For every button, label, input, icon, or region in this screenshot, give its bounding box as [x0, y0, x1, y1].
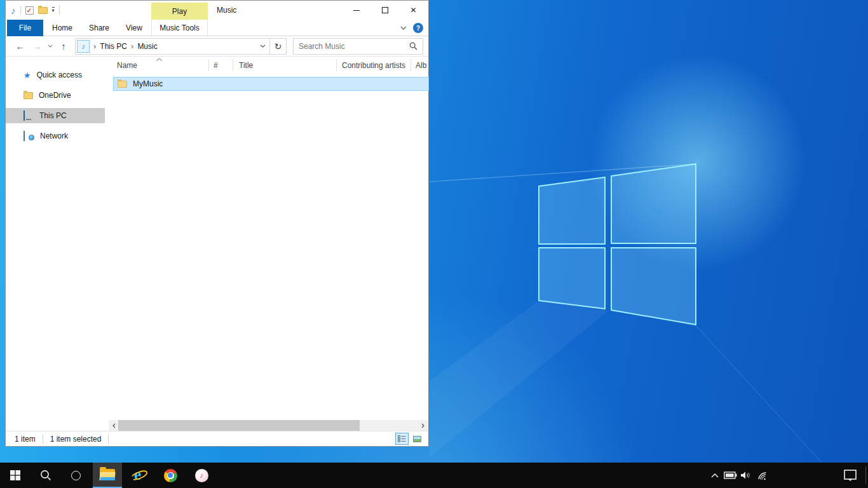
- horizontal-scrollbar[interactable]: [109, 420, 428, 431]
- file-explorer-icon: [100, 469, 115, 480]
- tab-view[interactable]: View: [118, 20, 151, 36]
- qat-separator: [59, 6, 60, 15]
- address-bar[interactable]: ♪ › This PC › Music ↻: [75, 38, 287, 55]
- windows-logo-panes: [539, 164, 696, 325]
- breadcrumb-chevron: ›: [90, 41, 100, 51]
- refresh-button[interactable]: ↻: [270, 41, 286, 51]
- this-pc-monitor-icon: [24, 111, 34, 120]
- column-separator[interactable]: [410, 59, 411, 71]
- minimize-button[interactable]: [342, 1, 370, 20]
- chrome-icon: [164, 469, 177, 482]
- column-header-contributing-artists[interactable]: Contributing artists: [342, 61, 405, 70]
- network-tray-button[interactable]: [754, 463, 770, 488]
- status-divider: [108, 435, 109, 444]
- show-hidden-icons-button[interactable]: [707, 463, 723, 488]
- column-header-number[interactable]: #: [214, 61, 218, 70]
- tab-music-tools-label: Music Tools: [159, 24, 199, 32]
- sidebar-item-label: Network: [40, 132, 68, 140]
- address-dropdown-chevron-icon[interactable]: [255, 39, 269, 54]
- expand-ribbon-chevron-icon[interactable]: [400, 26, 407, 30]
- tab-file-label: File: [19, 24, 31, 32]
- sidebar-item-label: Quick access: [37, 71, 82, 79]
- thumbnail-view-button[interactable]: [410, 433, 424, 445]
- network-icon: [24, 132, 34, 140]
- maximize-icon: [382, 7, 388, 13]
- folder-icon: [118, 81, 127, 88]
- navigation-pane: ★ Quick access OneDrive This PC Network: [6, 57, 109, 431]
- cortana-button[interactable]: [60, 463, 91, 488]
- scrollbar-thumb[interactable]: [118, 420, 360, 431]
- qat-separator: [20, 6, 21, 15]
- scroll-right-arrow-icon[interactable]: [417, 420, 428, 431]
- file-name: MyMusic: [133, 79, 163, 88]
- sidebar-item-label: This PC: [39, 111, 67, 120]
- chevron-up-icon: [711, 473, 719, 478]
- search-icon[interactable]: [409, 42, 417, 50]
- breadcrumb-chevron: ›: [127, 41, 137, 51]
- play-tab-label: Play: [172, 7, 187, 16]
- navigation-bar: ← → ↑ ♪ › This PC › Music ↻: [6, 36, 428, 57]
- battery-icon: [724, 471, 737, 479]
- thumbnail-view-icon: [413, 436, 421, 442]
- speaker-icon: [740, 471, 752, 480]
- tab-home[interactable]: Home: [44, 20, 81, 36]
- tab-home-label: Home: [52, 24, 72, 32]
- close-button[interactable]: ✕: [399, 1, 428, 20]
- taskbar-internet-explorer-button[interactable]: e: [125, 463, 154, 488]
- sidebar-item-onedrive[interactable]: OneDrive: [6, 88, 105, 103]
- tab-music-tools[interactable]: Music Tools: [151, 20, 208, 36]
- tab-view-label: View: [126, 24, 142, 32]
- show-desktop-button[interactable]: [865, 466, 866, 484]
- tab-share[interactable]: Share: [81, 20, 118, 36]
- back-button[interactable]: ←: [12, 36, 29, 57]
- taskbar-file-explorer-button[interactable]: [93, 463, 122, 488]
- column-header-album[interactable]: Alb: [416, 61, 426, 70]
- taskbar: e ♪: [0, 463, 868, 488]
- breadcrumb-music[interactable]: Music: [137, 42, 157, 51]
- internet-explorer-icon: e: [130, 467, 148, 484]
- column-separator[interactable]: [208, 59, 209, 71]
- maximize-button[interactable]: [370, 1, 399, 20]
- recent-locations-chevron-icon[interactable]: [45, 36, 55, 57]
- taskbar-itunes-button[interactable]: ♪: [187, 463, 216, 488]
- sidebar-item-label: OneDrive: [39, 91, 71, 100]
- tab-file[interactable]: File: [7, 20, 43, 36]
- properties-checkbox-icon[interactable]: ✓: [25, 6, 34, 15]
- window-title: Music: [217, 1, 236, 20]
- column-separator[interactable]: [233, 59, 233, 71]
- column-header-title[interactable]: Title: [239, 61, 253, 70]
- volume-tray-button[interactable]: [737, 463, 755, 488]
- new-folder-icon[interactable]: [38, 7, 48, 14]
- taskbar-chrome-button[interactable]: [156, 463, 185, 488]
- customize-qat-dropdown-icon[interactable]: ▾: [52, 7, 55, 13]
- view-toggle-buttons: [395, 433, 424, 445]
- action-center-button[interactable]: [837, 463, 863, 488]
- column-header-name[interactable]: Name: [117, 61, 137, 70]
- sidebar-item-this-pc[interactable]: This PC: [6, 108, 105, 123]
- wifi-icon: [756, 471, 768, 480]
- cortana-circle-icon: [71, 471, 81, 480]
- help-icon[interactable]: ?: [413, 23, 423, 33]
- up-button[interactable]: ↑: [55, 36, 72, 57]
- file-row-mymusic[interactable]: MyMusic: [113, 77, 429, 91]
- column-separator[interactable]: [336, 59, 337, 71]
- minimize-icon: [353, 10, 360, 11]
- title-bar: ♪ ✓ ▾ Play Music ✕: [6, 1, 428, 20]
- sidebar-item-quick-access[interactable]: ★ Quick access: [6, 67, 105, 83]
- status-bar: 1 item 1 item selected: [6, 431, 428, 446]
- forward-button[interactable]: →: [29, 36, 45, 57]
- taskbar-search-button[interactable]: [31, 463, 60, 488]
- start-button[interactable]: [0, 463, 31, 488]
- sidebar-item-network[interactable]: Network: [6, 128, 105, 144]
- itunes-icon: ♪: [195, 469, 208, 482]
- details-view-button[interactable]: [395, 433, 409, 445]
- battery-tray-button[interactable]: [722, 463, 738, 488]
- contextual-tab-group-play[interactable]: Play: [151, 3, 208, 20]
- ribbon-tab-row: File Home Share View Music Tools ?: [6, 20, 428, 36]
- main-area: ★ Quick access OneDrive This PC Network …: [6, 57, 428, 431]
- window-music-note-icon: ♪: [11, 6, 16, 15]
- search-box: [293, 38, 423, 55]
- search-input[interactable]: [294, 42, 409, 51]
- status-divider: [43, 435, 43, 444]
- breadcrumb-this-pc[interactable]: This PC: [100, 42, 127, 51]
